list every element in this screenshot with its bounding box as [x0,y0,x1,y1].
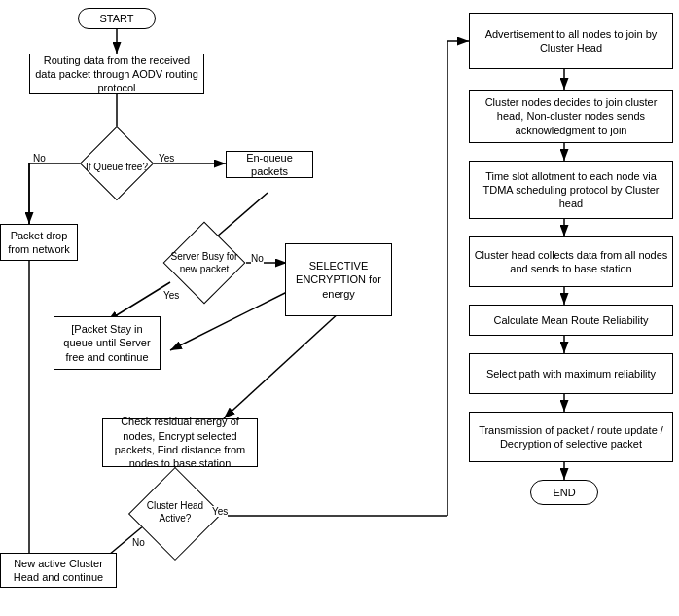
new-cluster-box: New active Cluster Head and continue [0,553,117,588]
time-slot-box: Time slot allotment to each node via TDM… [469,161,673,219]
packet-drop-box: Packet drop from network [0,224,78,261]
select-path-label: Select path with maximum reliability [486,367,656,380]
end-box: END [530,480,598,505]
svg-line-10 [224,311,340,418]
transmission-box: Transmission of packet / route update / … [469,412,673,462]
selective-enc-label: SELECTIVE ENCRYPTION for energy [290,259,387,301]
yes2-label: Yes [163,290,179,301]
server-busy-label: Server Busy for new packet [165,250,243,275]
select-path-box: Select path with maximum reliability [469,353,673,394]
collect-data-label: Cluster head collects data from all node… [474,248,668,276]
if-queue-diamond-wrap: If Queue free? [80,144,154,183]
if-queue-label: If Queue free? [86,161,148,173]
enqueue-label: En-queue packets [231,151,308,179]
routing-label: Routing data from the received data pack… [34,54,199,95]
transmission-label: Transmission of packet / route update / … [474,423,668,452]
advertisement-label: Advertisement to all nodes to join by Cl… [474,27,668,55]
queue-stay-label: [Packet Stay in queue until Server free … [58,322,156,364]
start-box: START [78,8,156,29]
no2-label: No [251,253,264,264]
collect-data-box: Cluster head collects data from all node… [469,236,673,287]
cluster-nodes-box: Cluster nodes decides to join cluster he… [469,90,673,143]
server-busy-diamond-wrap: Server Busy for new packet [161,234,248,292]
time-slot-label: Time slot allotment to each node via TDM… [474,169,668,211]
cluster-nodes-label: Cluster nodes decides to join cluster he… [474,95,668,137]
yes1-label: Yes [159,153,174,163]
enqueue-box: En-queue packets [226,151,313,178]
svg-line-9 [170,292,287,350]
cluster-active-label: Cluster Head Active? [131,499,219,525]
flowchart: START Routing data from the received dat… [0,0,679,616]
start-label: START [99,12,133,25]
check-residual-box: Check residual energy of nodes, Encrypt … [102,418,258,467]
end-label: END [553,486,575,499]
cluster-active-diamond-wrap: Cluster Head Active? [126,485,224,543]
check-residual-label: Check residual energy of nodes, Encrypt … [107,415,253,470]
calc-reliability-label: Calculate Mean Route Reliability [494,313,649,327]
queue-stay-box: [Packet Stay in queue until Server free … [54,316,161,370]
new-cluster-label: New active Cluster Head and continue [5,557,112,585]
calc-reliability-box: Calculate Mean Route Reliability [469,305,673,336]
packet-drop-label: Packet drop from network [5,229,73,257]
routing-box: Routing data from the received data pack… [29,54,204,94]
no1-label: No [33,153,46,163]
advertisement-box: Advertisement to all nodes to join by Cl… [469,13,673,69]
selective-enc-box: SELECTIVE ENCRYPTION for energy [285,243,392,316]
